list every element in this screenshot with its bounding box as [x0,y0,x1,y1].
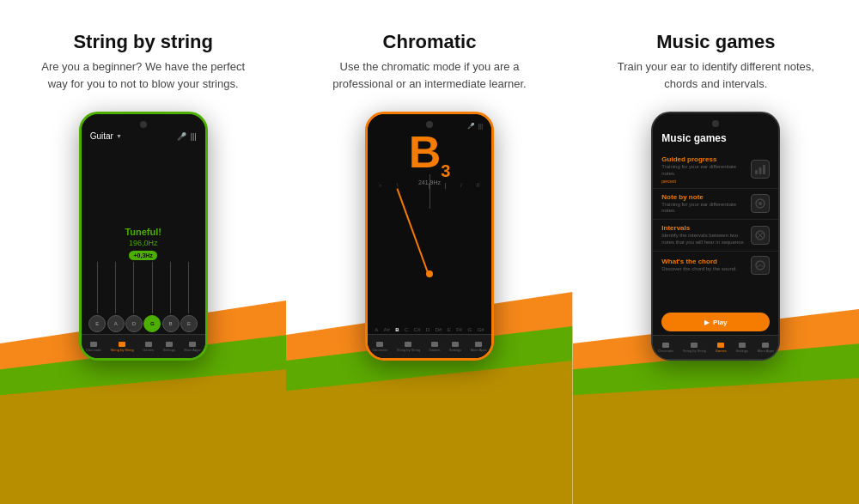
nav3-games: Games [716,343,727,353]
phone1-camera [140,121,147,128]
screen3: Music games Guided progress Training for… [653,113,778,359]
panel1-title: String by string [73,31,213,53]
game-name-intervals: Intervals [661,224,746,232]
peg-D: D [125,315,143,332]
string-line [170,262,171,313]
nav3-label-chromatic: Chromatic [658,349,673,353]
scale-Cs: C# [414,327,421,332]
peg-E1: E [88,315,106,332]
phone1: Guitar 🎤 ||| Tuneful! 196,0Hz +0,3Hz [79,112,208,361]
scale-A: A [375,327,378,332]
needle-area [376,174,483,277]
scale-Gs: G# [478,327,484,332]
svg-rect-11 [763,165,765,174]
strings-container: E A D G [82,262,205,332]
string-line [97,262,98,313]
scale-C: C [405,327,408,332]
nav-icon-settings [166,342,173,347]
game-icon-intervals [751,226,770,245]
screen1-header: Guitar 🎤 ||| [82,114,205,145]
nav3-icon-chromatic [662,343,669,348]
phone3-camera [712,120,719,127]
nav-games: Games [143,342,154,352]
nav2-settings: Settings [449,342,461,352]
game-info-intervals: Intervals Identify the intervals between… [661,224,746,246]
mic-icon: 🎤 [177,132,186,141]
nav3-label-games: Games [716,349,727,353]
game-item-guided: Guided progress Training for your ear di… [653,151,778,189]
string-line [152,262,153,313]
string-a: A [107,262,125,332]
game-name-note: Note by note [661,193,746,201]
nav3-icon-string [691,343,698,348]
string-g: G [143,262,161,332]
play-button[interactable]: ▶ Play [661,313,770,331]
game-info-note: Note by note Training for your ear diffe… [661,193,746,216]
scale-E: E [448,327,451,332]
nav2-icon-games [431,342,438,347]
nav-label-settings: Settings [162,348,174,352]
panel-music-games: Music games Train your ear to identify d… [573,0,859,504]
scale-D: D [426,327,430,332]
phone3: Music games Guided progress Training for… [651,112,780,361]
panel2-content: Chromatic Use the chromatic mode if you … [286,15,572,100]
scale-G: G [468,327,472,332]
nav2-icon-chromatic [376,342,383,347]
nav2-icon-string [405,342,411,347]
game-name-guided: Guided progress [661,155,746,163]
panel3-content: Music games Train your ear to identify d… [573,15,859,100]
scale-B: B [395,327,399,332]
phone1-screen: Guitar 🎤 ||| Tuneful! 196,0Hz +0,3Hz [82,114,205,358]
scale-As: A# [384,327,390,332]
panel-chromatic: Chromatic Use the chromatic mode if you … [286,0,572,504]
tuneful-text: Tuneful! [125,227,161,237]
center-line [430,174,430,209]
signal-icon2: ||| [478,123,483,130]
string-e1: E [88,262,106,332]
note-letter: B3 [409,130,451,179]
cents-badge: +0,3Hz [129,251,156,260]
screen1: Guitar 🎤 ||| Tuneful! 196,0Hz +0,3Hz [82,114,205,358]
panel3-phone-area: Music games Guided progress Training for… [573,100,859,504]
game-desc-chord: Discover the chord by the sound. [661,266,746,273]
peg-E2: E [180,315,198,332]
nav3-chromatic: Chromatic [658,343,673,353]
nav-label-chromatic: Chromatic [86,348,101,352]
nav-label-games: Games [143,348,154,352]
phone2-camera [426,121,433,128]
nav-settings: Settings [162,342,174,352]
nav2-label-chromatic: Chromatic [372,348,387,352]
bottom-nav-3: Chromatic String by String Games Se [653,335,778,359]
mic-icon2: 🎤 [467,123,475,130]
panel2-desc: Use the chromatic mode if you are a prof… [326,58,533,92]
peg-A: A [107,315,125,332]
nav3-string: String by String [683,343,706,353]
freq-text: 196,0Hz [129,239,158,247]
panel3-desc: Train your ear to identify different not… [612,58,819,92]
nav2-label-settings: Settings [449,348,461,352]
game-extra-guided: percent [661,179,746,184]
scale-Ds: D# [436,327,442,332]
games-header: Music games [653,113,778,151]
nav-label-string: String by String [110,348,133,352]
game-item-intervals: Intervals Identify the intervals between… [653,220,778,252]
chromatic-scale: A A# B C C# D D# E F# G G# [368,327,491,332]
game-desc-intervals: Identify the intervals between two notes… [661,233,746,246]
nav2-label-games: Games [430,348,441,352]
nav3-icon-more [762,343,769,348]
screen2: 🎤 ||| B3 241,9Hz ♭ \ | | | [368,114,491,358]
nav3-icon-settings [739,343,746,348]
game-icon-guided [751,160,770,179]
panel3-title: Music games [656,31,775,53]
nav3-more: More Apps [758,343,774,353]
nav3-label-settings: Settings [736,349,748,353]
nav3-label-more: More Apps [758,349,774,353]
string-e2: E [180,262,198,332]
game-desc-guided: Training for your ear differentiate note… [661,164,746,178]
nav-chromatic: Chromatic [86,342,101,352]
panel1-desc: Are you a beginner? We have the perfect … [40,58,247,92]
game-name-chord: What's the chord [661,258,746,265]
svg-rect-9 [755,170,758,174]
peg-G-active: G [143,315,161,332]
bottom-nav-2: Chromatic String by String Games Se [368,334,491,358]
